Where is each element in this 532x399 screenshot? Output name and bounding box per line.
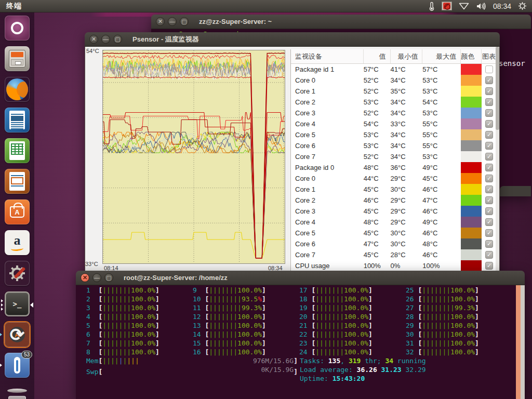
minimize-button[interactable]: — bbox=[92, 273, 101, 282]
cell: 49°C bbox=[422, 164, 461, 171]
sensor-row[interactable]: Package id 157°C41°C57°C✓ bbox=[291, 64, 497, 75]
sensor-row[interactable]: Core 044°C29°C45°C✓ bbox=[291, 173, 497, 184]
sensor-row[interactable]: CPU usage100%0%100%✓ bbox=[291, 260, 497, 271]
cell: 35°C bbox=[391, 87, 423, 95]
sensor-row[interactable]: Core 647°C30°C48°C✓ bbox=[291, 238, 497, 249]
launcher-icon-terminal[interactable]: >_ bbox=[5, 291, 30, 316]
column-header[interactable]: 最小值 bbox=[391, 49, 423, 63]
cell: 34°C bbox=[391, 142, 423, 150]
cell: Core 6 bbox=[291, 142, 364, 150]
thermometer-icon[interactable] bbox=[429, 2, 435, 11]
launcher-icon-software-center[interactable]: A bbox=[5, 200, 30, 224]
sensor-row[interactable]: Core 145°C30°C46°C✓ bbox=[291, 184, 497, 195]
column-header[interactable]: 图表 bbox=[482, 49, 497, 63]
sensor-row[interactable]: Core 052°C34°C53°C✓ bbox=[291, 75, 497, 86]
launcher-icon-settings[interactable] bbox=[5, 261, 30, 286]
cpu-meter-3: 3 [|||||||100.0%] bbox=[86, 303, 193, 312]
close-button[interactable]: ✕ bbox=[81, 273, 89, 282]
htop-terminal-window[interactable]: ✕ — ▢ root@zz-Super-Server: /home/zz 1 [… bbox=[76, 271, 525, 399]
chart-checkbox[interactable]: ✓ bbox=[485, 164, 493, 171]
session-gear-icon[interactable] bbox=[518, 2, 527, 10]
table-scrollbar[interactable] bbox=[496, 47, 499, 290]
chart-checkbox[interactable]: ✓ bbox=[485, 175, 493, 182]
cell: 46°C bbox=[422, 251, 461, 259]
cell: 45°C bbox=[364, 229, 391, 237]
chart-checkbox[interactable]: ✓ bbox=[485, 251, 493, 259]
chart-checkbox[interactable]: ✓ bbox=[485, 109, 493, 117]
minimize-button[interactable]: — bbox=[168, 17, 177, 26]
close-button[interactable]: ✕ bbox=[89, 35, 98, 44]
sensor-row[interactable]: Core 345°C29°C46°C✓ bbox=[291, 206, 497, 217]
chart-checkbox[interactable]: ✓ bbox=[485, 87, 493, 95]
launcher-icon-files[interactable] bbox=[5, 46, 30, 71]
chart-checkbox[interactable]: ✓ bbox=[485, 131, 493, 139]
cpu-meter-8: 8 [|||||||100.0%] bbox=[86, 348, 193, 356]
color-swatch bbox=[461, 151, 482, 162]
chart-checkbox[interactable]: ✓ bbox=[485, 76, 493, 84]
chart-checkbox[interactable]: ✓ bbox=[485, 240, 493, 248]
chart-checkbox[interactable]: ✓ bbox=[485, 65, 493, 73]
chart-checkbox[interactable]: ✓ bbox=[485, 218, 493, 226]
volume-icon[interactable] bbox=[476, 2, 486, 10]
launcher-icon-trash[interactable] bbox=[5, 383, 30, 399]
maximize-button[interactable]: ▢ bbox=[113, 35, 122, 44]
sensor-row[interactable]: Core 653°C34°C55°C✓ bbox=[291, 140, 497, 151]
minimize-button[interactable]: — bbox=[101, 35, 110, 44]
cell: 52°C bbox=[364, 87, 391, 95]
launcher-icon-psensor[interactable]: 53 bbox=[5, 353, 30, 378]
rear-terminal-titlebar[interactable]: ✕ — ▢ zz@zz-Super-Server: ~ bbox=[151, 15, 531, 29]
launcher-icon-impress[interactable] bbox=[5, 169, 30, 194]
maximize-button[interactable]: ▢ bbox=[180, 17, 189, 26]
sensor-row[interactable]: Core 545°C30°C46°C✓ bbox=[291, 228, 497, 238]
psensor-titlebar[interactable]: ✕ — ▢ Psensor - 温度监视器 bbox=[85, 32, 500, 47]
launcher-icon-firefox[interactable] bbox=[5, 77, 30, 102]
column-header[interactable]: 监视设备 bbox=[291, 49, 364, 63]
sensor-row[interactable]: Core 352°C34°C53°C✓ bbox=[291, 108, 497, 118]
close-button[interactable]: ✕ bbox=[156, 17, 165, 26]
wifi-icon[interactable] bbox=[459, 3, 469, 10]
sensor-row[interactable]: Core 454°C33°C55°C✓ bbox=[291, 118, 497, 129]
sensor-row[interactable]: Core 246°C29°C47°C✓ bbox=[291, 195, 497, 206]
chart-checkbox[interactable]: ✓ bbox=[485, 207, 493, 215]
terminal-scrollbar-track[interactable] bbox=[516, 285, 525, 399]
sensor-row[interactable]: Core 253°C34°C54°C✓ bbox=[291, 97, 497, 108]
sensor-row[interactable]: Package id 048°C36°C49°C✓ bbox=[291, 162, 497, 173]
cell: ✓ bbox=[482, 262, 497, 270]
cell: 53°C bbox=[364, 98, 391, 106]
sensor-row[interactable]: Core 152°C35°C53°C✓ bbox=[291, 86, 497, 97]
chart-checkbox[interactable]: ✓ bbox=[485, 229, 493, 237]
column-header[interactable]: 值 bbox=[364, 49, 391, 63]
htop-status: Tasks: 135, 319 thr; 34 runningLoad aver… bbox=[300, 356, 426, 383]
launcher-icon-calc[interactable] bbox=[5, 138, 30, 163]
sensor-row[interactable]: Core 553°C34°C55°C✓ bbox=[291, 129, 497, 140]
column-header[interactable]: 颜色 bbox=[461, 49, 482, 63]
htop-terminal-body[interactable]: 1 [|||||||100.0%]2 [|||||||100.0%]3 [|||… bbox=[76, 285, 525, 399]
maximize-button[interactable]: ▢ bbox=[104, 273, 113, 282]
launcher-icon-amazon[interactable]: a bbox=[5, 230, 30, 255]
terminal-scrollbar-thumb[interactable] bbox=[516, 285, 521, 399]
chart-checkbox[interactable]: ✓ bbox=[485, 142, 493, 150]
chart-checkbox[interactable]: ✓ bbox=[485, 262, 493, 270]
cell: 29°C bbox=[391, 218, 423, 226]
htop-terminal-titlebar[interactable]: ✕ — ▢ root@zz-Super-Server: /home/zz bbox=[76, 271, 525, 285]
clock[interactable]: 08:34 bbox=[493, 2, 511, 10]
cell: Core 0 bbox=[291, 175, 364, 182]
sensor-row[interactable]: Core 448°C29°C49°C✓ bbox=[291, 217, 497, 228]
chart-checkbox[interactable]: ✓ bbox=[485, 185, 493, 193]
column-header[interactable]: 最大值 bbox=[422, 49, 461, 63]
app-menu-label[interactable]: 终端 bbox=[6, 2, 22, 11]
launcher-icon-dash[interactable] bbox=[5, 16, 30, 41]
sensor-row[interactable]: Core 745°C28°C46°C✓ bbox=[291, 249, 497, 260]
chart-checkbox[interactable]: ✓ bbox=[485, 196, 493, 204]
record-blocked-icon[interactable] bbox=[442, 2, 452, 10]
launcher-icon-writer[interactable] bbox=[5, 108, 30, 132]
cell: 46°C bbox=[422, 185, 461, 193]
psensor-window[interactable]: ✕ — ▢ Psensor - 温度监视器 54°C 33°C 08:14 08… bbox=[85, 32, 500, 290]
sensor-row[interactable]: Core 752°C34°C53°C✓ bbox=[291, 151, 497, 162]
chart-checkbox[interactable]: ✓ bbox=[485, 98, 493, 106]
launcher-icon-software-updater[interactable]: ⟳A bbox=[5, 322, 30, 347]
cell: 53°C bbox=[422, 87, 461, 95]
chart-checkbox[interactable]: ✓ bbox=[485, 120, 493, 128]
chart-checkbox[interactable]: ✓ bbox=[485, 153, 493, 161]
cell: ✓ bbox=[482, 185, 497, 193]
